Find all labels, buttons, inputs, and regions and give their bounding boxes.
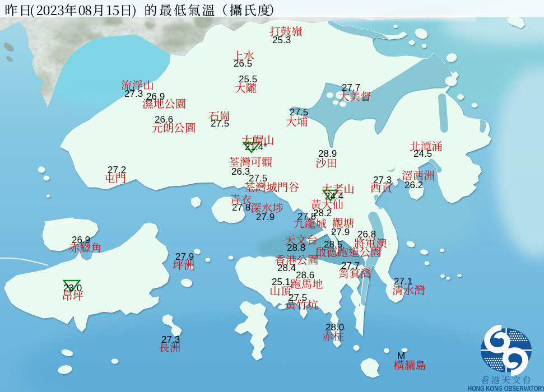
svg-text:27.3: 27.3 — [161, 334, 180, 345]
svg-text:27.5: 27.5 — [249, 173, 267, 184]
svg-text:27.7: 27.7 — [341, 260, 360, 271]
svg-text:24.5: 24.5 — [413, 148, 432, 159]
svg-text:27.1: 27.1 — [394, 276, 412, 287]
svg-text:25.1: 25.1 — [272, 277, 290, 287]
svg-text:27.5: 27.5 — [211, 118, 229, 129]
svg-text:26.3: 26.3 — [231, 166, 250, 177]
svg-text:21.4*: 21.4* — [245, 142, 267, 152]
svg-text:27.8: 27.8 — [297, 211, 316, 222]
svg-text:27.9: 27.9 — [256, 212, 275, 222]
svg-text:28.0: 28.0 — [326, 322, 344, 333]
svg-text:25.3: 25.3 — [272, 35, 291, 45]
svg-text:26.6: 26.6 — [155, 114, 173, 125]
svg-text:26.2: 26.2 — [404, 180, 423, 190]
svg-text:27.3: 27.3 — [373, 175, 392, 185]
svg-text:27.5: 27.5 — [289, 292, 307, 303]
svg-text:27.5: 27.5 — [290, 107, 308, 118]
svg-text:27.7: 27.7 — [342, 82, 360, 93]
svg-text:27.9: 27.9 — [175, 251, 194, 262]
svg-text:28.6: 28.6 — [296, 270, 314, 281]
svg-text:28.5: 28.5 — [324, 239, 342, 250]
svg-text:28.9: 28.9 — [318, 148, 337, 159]
svg-text:26.5: 26.5 — [234, 58, 252, 69]
svg-text:25.5: 25.5 — [239, 74, 257, 85]
svg-text:26.8: 26.8 — [357, 229, 376, 240]
svg-text:28.8: 28.8 — [287, 242, 305, 253]
svg-text:24.4: 24.4 — [325, 191, 343, 202]
svg-text:HONG KONG OBSERVATORY: HONG KONG OBSERVATORY — [468, 385, 544, 392]
svg-text:26.9: 26.9 — [146, 91, 165, 102]
svg-text:27.2: 27.2 — [108, 165, 126, 175]
svg-text:27.8: 27.8 — [232, 202, 250, 213]
svg-text:27.9: 27.9 — [331, 227, 350, 237]
svg-text:26.9: 26.9 — [72, 235, 90, 245]
svg-text:28.4: 28.4 — [277, 263, 296, 273]
svg-text:23.0: 23.0 — [63, 283, 82, 293]
svg-text:M: M — [397, 351, 405, 361]
svg-text:27.3: 27.3 — [124, 88, 143, 99]
